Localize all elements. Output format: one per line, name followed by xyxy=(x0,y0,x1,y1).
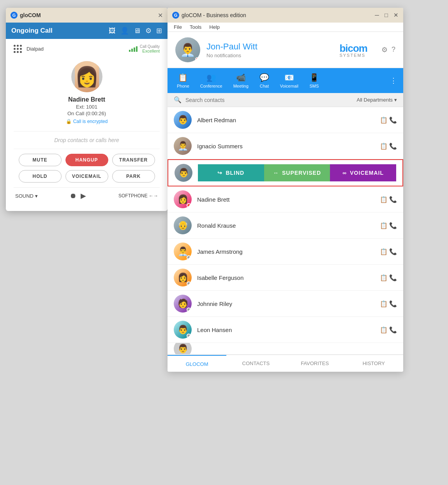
bottom-nav-history[interactable]: HISTORY xyxy=(344,355,403,372)
transfer-button[interactable]: TRANSFER xyxy=(112,154,155,166)
nav-chat[interactable]: 💬 Chat xyxy=(254,70,275,91)
contact-actions: 📋 📞 xyxy=(380,274,397,281)
play-icon[interactable]: ▶ xyxy=(81,192,86,200)
call-action-icon[interactable]: 📋 xyxy=(380,142,388,150)
call-action-icon[interactable]: 📋 xyxy=(380,196,388,203)
chevron-down-icon: ▾ xyxy=(35,193,38,199)
contacts-icon[interactable]: 📋 xyxy=(380,326,388,334)
sms-icon: 📱 xyxy=(309,73,319,82)
profile-avatar: 👨‍💼 xyxy=(175,37,200,62)
phone-action-icon[interactable]: 📞 xyxy=(389,326,397,334)
mute-button[interactable]: MUTE xyxy=(19,154,62,166)
supervised-transfer-button[interactable]: ↔ SUPERVISED xyxy=(264,164,330,181)
contact-call-status: On Call (0:00:26) xyxy=(67,111,106,116)
contacts-icon[interactable]: 📋 xyxy=(380,300,388,308)
contact-row[interactable]: 👨 Leon Hansen 📋 📞 xyxy=(168,317,403,343)
contacts-icon[interactable]: 📋 xyxy=(380,274,388,281)
grid-icon[interactable]: ⊞ xyxy=(156,26,162,35)
voicemail-transfer-icon: ∞ xyxy=(342,170,347,176)
contact-row[interactable]: 👩 Nadine Brett 📋 📞 xyxy=(168,186,403,213)
contact-row[interactable]: 🧑 Johnnie Riley 📋 📞 xyxy=(168,291,403,317)
ongoing-call-title: Ongoing Call xyxy=(11,27,53,35)
transfer-buttons: ↪ BLIND ↔ SUPERVISED ∞ VOICEMAIL xyxy=(198,164,396,181)
contact-row[interactable]: 👨‍💼 Ignacio Summers 📋 📞 xyxy=(168,133,403,159)
contact-row[interactable]: 👴 Ronald Krause 📋 📞 xyxy=(168,213,403,239)
phone-action-icon[interactable]: 📞 xyxy=(389,196,397,203)
phone-action-icon[interactable]: 📞 xyxy=(389,248,397,255)
bottom-nav-glocom[interactable]: GLOCOM xyxy=(168,355,226,372)
bottom-nav-favorites[interactable]: FAVORITES xyxy=(286,355,344,372)
softphone-button[interactable]: SOFTPHONE ←→ xyxy=(118,193,158,199)
voicemail-transfer-label: VOICEMAIL xyxy=(350,170,384,176)
contacts-icon[interactable]: 📋 xyxy=(380,248,388,255)
voicemail-transfer-button[interactable]: ∞ VOICEMAIL xyxy=(330,164,396,181)
menu-tools[interactable]: Tools xyxy=(190,24,201,30)
screen-icon[interactable]: 🖥 xyxy=(134,27,141,35)
phone-action-icon[interactable]: 📞 xyxy=(389,274,397,281)
quality-bars-icon xyxy=(129,46,138,52)
bottom-nav-contacts[interactable]: CONTACTS xyxy=(226,355,285,372)
bicom-systems-label: SYSTEMS xyxy=(339,53,367,58)
hold-button[interactable]: HOLD xyxy=(19,170,62,183)
call-action-icon[interactable]: 📋 xyxy=(380,222,388,229)
transfer-row[interactable]: 👨 ↪ BLIND ↔ SUPERVISED ∞ VOICEMAIL xyxy=(168,159,403,186)
phone-action-icon[interactable]: 📞 xyxy=(389,222,397,229)
nav-voicemail-label: Voicemail xyxy=(280,84,298,88)
nav-conference[interactable]: 👥 Conference xyxy=(195,70,228,91)
menu-file[interactable]: File xyxy=(174,24,182,30)
close-main-button[interactable]: ✕ xyxy=(393,12,399,19)
voicemail-button[interactable]: VOICEMAIL xyxy=(65,170,108,183)
main-window: G gloCOM - Business edition ─ □ ✕ File T… xyxy=(168,8,403,372)
contact-name-ronald: Ronald Krause xyxy=(197,222,374,229)
park-button[interactable]: PARK xyxy=(112,170,155,183)
call-footer: SOUND ▾ ⏺ ▶ SOFTPHONE ←→ xyxy=(14,187,160,206)
call-window: G gloCOM ✕ Ongoing Call 🖼 👤 🖥 ⚙ ⊞ Dialpa… xyxy=(6,8,168,211)
help-icon[interactable]: ? xyxy=(392,46,395,54)
call-window-title: gloCOM xyxy=(20,12,41,18)
settings-gear-icon[interactable]: ⚙ xyxy=(381,46,388,54)
avatar: 👨‍💼 xyxy=(174,242,192,260)
menu-help[interactable]: Help xyxy=(209,24,220,30)
maximize-button[interactable]: □ xyxy=(385,12,388,19)
call-quality: Call Quality Excellent xyxy=(129,44,160,53)
search-input[interactable] xyxy=(185,97,353,103)
nav-voicemail[interactable]: 📧 Voicemail xyxy=(275,70,304,91)
settings-icon[interactable]: ⚙ xyxy=(145,26,152,35)
blind-transfer-button[interactable]: ↪ BLIND xyxy=(198,164,264,181)
contact-name-isabelle: Isabelle Ferguson xyxy=(197,274,374,281)
sound-selector[interactable]: SOUND ▾ xyxy=(15,193,38,199)
sound-label: SOUND xyxy=(15,193,34,199)
minimize-button[interactable]: ─ xyxy=(375,12,379,19)
close-button[interactable]: ✕ xyxy=(158,12,163,19)
nav-meeting[interactable]: 📹 Meeting xyxy=(228,70,254,91)
avatar: 👨 xyxy=(174,343,192,355)
nav-phone[interactable]: 📋 Phone xyxy=(171,70,195,91)
call-action-icon[interactable]: 📋 xyxy=(380,116,388,124)
contact-name-albert: Albert Redman xyxy=(197,117,374,123)
contact-row[interactable]: 👩 Isabelle Ferguson 📋 📞 xyxy=(168,265,403,291)
glocom-main-logo: G xyxy=(172,12,179,19)
department-selector[interactable]: All Departments ▾ xyxy=(357,97,397,103)
phone-action-icon[interactable]: 📞 xyxy=(389,300,397,308)
dialpad-label[interactable]: Dialpad xyxy=(26,46,44,52)
contact-actions: 📋 📞 xyxy=(380,300,397,308)
call-titlebar: G gloCOM ✕ xyxy=(6,8,168,23)
hangup-button[interactable]: HANGUP xyxy=(65,154,108,166)
search-bar: 🔍 All Departments ▾ xyxy=(168,93,403,107)
conference-icon: 👥 xyxy=(206,73,216,82)
contact-row[interactable]: 👨 Albert Redman 📋 📞 xyxy=(168,107,403,133)
blind-transfer-label: BLIND xyxy=(226,170,244,176)
call-body: Dialpad Call Quality Excellent xyxy=(6,39,168,211)
nav-more-button[interactable]: ⋮ xyxy=(388,74,399,87)
record-icon[interactable]: ⏺ xyxy=(70,192,77,200)
avatar: 👨‍💼 xyxy=(174,137,192,155)
phone-action-icon[interactable]: 📞 xyxy=(389,142,397,150)
add-person-icon[interactable]: 👤 xyxy=(120,26,129,35)
phone-action-icon[interactable]: 📞 xyxy=(389,116,397,124)
contact-row[interactable]: 👨‍💼 James Armstrong 📋 📞 xyxy=(168,239,403,265)
chat-icon: 💬 xyxy=(259,73,269,82)
nav-sms[interactable]: 📱 SMS xyxy=(304,70,325,91)
image-icon[interactable]: 🖼 xyxy=(109,27,116,35)
call-header: Ongoing Call 🖼 👤 🖥 ⚙ ⊞ xyxy=(6,23,168,39)
contact-row[interactable]: 👨 xyxy=(168,343,403,355)
